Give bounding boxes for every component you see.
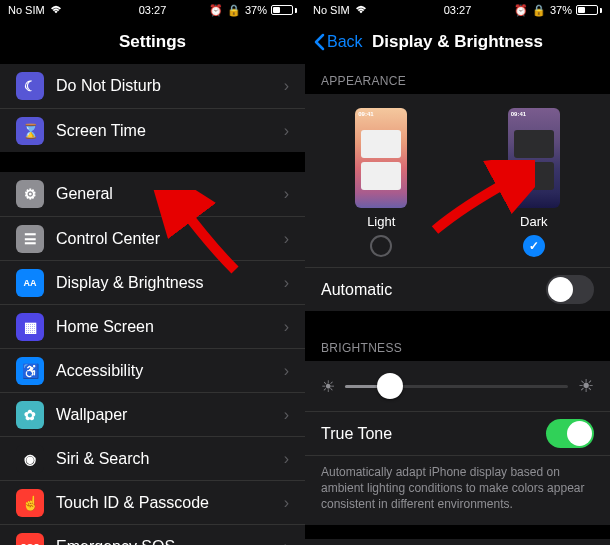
chevron-right-icon: › <box>284 450 289 468</box>
chevron-right-icon: › <box>284 230 289 248</box>
row-label: Touch ID & Passcode <box>56 494 289 512</box>
back-label: Back <box>327 33 363 51</box>
appearance-picker: 09:41 Light 09:41 Dark ✓ <box>305 94 610 267</box>
settings-row[interactable]: SOSEmergency SOS› <box>0 524 305 545</box>
true-tone-toggle[interactable] <box>546 419 594 448</box>
true-tone-description: Automatically adapt iPhone display based… <box>305 455 610 525</box>
sun-max-icon: ☀ <box>578 375 594 397</box>
battery-pct: 37% <box>245 4 267 16</box>
dark-radio[interactable]: ✓ <box>523 235 545 257</box>
row-icon: ☰ <box>16 225 44 253</box>
settings-row[interactable]: ♿Accessibility› <box>0 348 305 392</box>
light-label: Light <box>367 214 395 229</box>
row-icon: ⚙ <box>16 180 44 208</box>
chevron-right-icon: › <box>284 494 289 512</box>
chevron-right-icon: › <box>284 406 289 424</box>
automatic-row: Automatic <box>305 267 610 311</box>
row-label: General <box>56 185 289 203</box>
row-label: Home Screen <box>56 318 289 336</box>
dark-label: Dark <box>520 214 547 229</box>
brightness-slider-row: ☀ ☀ <box>305 361 610 411</box>
section-header-appearance: APPEARANCE <box>305 64 610 94</box>
chevron-right-icon: › <box>284 318 289 336</box>
row-icon: AA <box>16 269 44 297</box>
battery-pct: 37% <box>550 4 572 16</box>
page-title: Display & Brightness <box>372 32 543 52</box>
light-preview: 09:41 <box>355 108 407 208</box>
automatic-toggle[interactable] <box>546 275 594 304</box>
status-bar: No SIM 03:27 ⏰ 🔒 37% <box>305 0 610 20</box>
lock-icon: 🔒 <box>532 4 546 17</box>
chevron-right-icon: › <box>284 274 289 292</box>
dark-preview: 09:41 <box>508 108 560 208</box>
display-content[interactable]: APPEARANCE 09:41 Light 09:41 Dark ✓ Auto <box>305 64 610 545</box>
row-icon: ✿ <box>16 401 44 429</box>
status-bar: No SIM 03:27 ⏰ 🔒 37% <box>0 0 305 20</box>
carrier-label: No SIM <box>8 4 45 16</box>
row-label: Wallpaper <box>56 406 289 424</box>
settings-screen: No SIM 03:27 ⏰ 🔒 37% Settings ☾Do Not Di… <box>0 0 305 545</box>
row-icon: ▦ <box>16 313 44 341</box>
back-button[interactable]: Back <box>313 33 363 51</box>
clock: 03:27 <box>444 4 472 16</box>
battery-icon <box>576 5 602 15</box>
row-label: Accessibility <box>56 362 289 380</box>
section-header-brightness: BRIGHTNESS <box>305 331 610 361</box>
night-shift-row[interactable]: Night Shift Off › <box>305 539 610 545</box>
appearance-option-dark[interactable]: 09:41 Dark ✓ <box>508 108 560 257</box>
row-icon: ☝ <box>16 489 44 517</box>
settings-row[interactable]: AADisplay & Brightness› <box>0 260 305 304</box>
battery-icon <box>271 5 297 15</box>
row-icon: ♿ <box>16 357 44 385</box>
row-label: Screen Time <box>56 122 289 140</box>
chevron-right-icon: › <box>284 122 289 140</box>
alarm-icon: ⏰ <box>514 4 528 17</box>
row-label: Siri & Search <box>56 450 289 468</box>
settings-row[interactable]: ▦Home Screen› <box>0 304 305 348</box>
lock-icon: 🔒 <box>227 4 241 17</box>
wifi-icon <box>49 5 63 15</box>
carrier-label: No SIM <box>313 4 350 16</box>
chevron-right-icon: › <box>284 538 289 546</box>
chevron-right-icon: › <box>284 185 289 203</box>
settings-row[interactable]: ✿Wallpaper› <box>0 392 305 436</box>
row-label: Control Center <box>56 230 289 248</box>
row-icon: ⌛ <box>16 117 44 145</box>
chevron-right-icon: › <box>284 362 289 380</box>
slider-knob[interactable] <box>377 373 403 399</box>
row-label: Display & Brightness <box>56 274 289 292</box>
page-title: Settings <box>119 32 186 52</box>
appearance-option-light[interactable]: 09:41 Light <box>355 108 407 257</box>
chevron-left-icon <box>313 33 325 51</box>
light-radio[interactable] <box>370 235 392 257</box>
settings-row[interactable]: ☝Touch ID & Passcode› <box>0 480 305 524</box>
row-icon: SOS <box>16 533 44 546</box>
chevron-right-icon: › <box>284 77 289 95</box>
row-label: Do Not Disturb <box>56 77 289 95</box>
brightness-slider[interactable] <box>345 385 568 388</box>
sun-min-icon: ☀ <box>321 377 335 396</box>
settings-row[interactable]: ⌛Screen Time› <box>0 108 305 152</box>
settings-row[interactable]: ☾Do Not Disturb› <box>0 64 305 108</box>
alarm-icon: ⏰ <box>209 4 223 17</box>
settings-row[interactable]: ⚙General› <box>0 172 305 216</box>
row-label: Emergency SOS <box>56 538 289 546</box>
clock: 03:27 <box>139 4 167 16</box>
row-icon: ☾ <box>16 72 44 100</box>
check-icon: ✓ <box>529 239 539 253</box>
row-icon: ◉ <box>16 445 44 473</box>
settings-list[interactable]: ☾Do Not Disturb›⌛Screen Time›⚙General›☰C… <box>0 64 305 545</box>
settings-row[interactable]: ◉Siri & Search› <box>0 436 305 480</box>
nav-bar: Settings <box>0 20 305 64</box>
true-tone-row: True Tone <box>305 411 610 455</box>
display-brightness-screen: No SIM 03:27 ⏰ 🔒 37% Back Display & Brig… <box>305 0 610 545</box>
settings-row[interactable]: ☰Control Center› <box>0 216 305 260</box>
nav-bar: Back Display & Brightness <box>305 20 610 64</box>
wifi-icon <box>354 5 368 15</box>
